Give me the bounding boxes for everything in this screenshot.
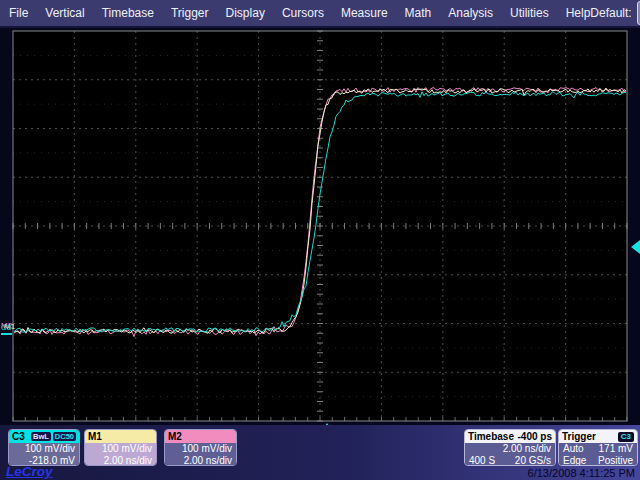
m1-header: M1 (85, 430, 156, 443)
menu-item-analysis[interactable]: Analysis (448, 6, 493, 20)
menu-item-cursors[interactable]: Cursors (282, 6, 324, 20)
channel-indicator-label-c3: C3 (1, 323, 12, 332)
lecroy-logo[interactable]: LeCroy (6, 464, 53, 479)
menu-item-timebase[interactable]: Timebase (102, 6, 154, 20)
trigger-body: Auto 171 mV Edge Positive (559, 443, 637, 466)
timebase-label: Timebase (468, 431, 514, 442)
menu-item-utilities[interactable]: Utilities (510, 6, 549, 20)
menu-right-group: Default: Undo ↶ (590, 1, 640, 25)
menu-item-trigger[interactable]: Trigger (171, 6, 209, 20)
c3-badges: BwL DC50 (31, 432, 76, 441)
m1-body: 100 mV/div 2.00 ns/div (85, 443, 156, 466)
default-label: Default: (590, 6, 631, 20)
c3-label: C3 (12, 431, 25, 442)
m2-timebase: 2.00 ns/div (169, 455, 232, 467)
menu-item-math[interactable]: Math (405, 6, 432, 20)
timebase-descriptor[interactable]: Timebase -400 ps 2.00 ns/div 400 S 20 GS… (464, 429, 556, 466)
trigger-level: 171 mV (599, 443, 633, 455)
c3-body: 100 mV/div -218.0 mV (9, 443, 79, 466)
timebase-delay: -400 ps (518, 431, 552, 442)
menu-item-vertical[interactable]: Vertical (45, 6, 84, 20)
channel-descriptor-m1[interactable]: M1 100 mV/div 2.00 ns/div (84, 429, 157, 466)
coupling-badge: DC50 (53, 432, 76, 441)
channel-descriptor-m2[interactable]: M2 100 mV/div 2.00 ns/div (164, 429, 237, 466)
trigger-slope: Positive (598, 455, 633, 467)
trigger-source-badge: C3 (618, 432, 634, 442)
c3-scale: 100 mV/div (13, 443, 75, 455)
status-bar: C3 BwL DC50 100 mV/div -218.0 mV M1 100 … (0, 425, 640, 480)
c3-header: C3 BwL DC50 (9, 430, 79, 443)
menu-item-file[interactable]: File (9, 6, 28, 20)
trigger-label: Trigger (562, 431, 596, 442)
trigger-level-marker (631, 240, 640, 254)
timebase-samples: 400 S (469, 455, 495, 467)
trigger-type: Edge (563, 455, 586, 467)
menu-items: FileVerticalTimebaseTriggerDisplayCursor… (0, 6, 590, 20)
m2-scale: 100 mV/div (169, 443, 232, 455)
m2-header: M2 (165, 430, 236, 443)
menu-item-measure[interactable]: Measure (341, 6, 388, 20)
menu-item-display[interactable]: Display (226, 6, 265, 20)
trigger-header: Trigger C3 (559, 430, 637, 443)
waveform-display: M2M1C3 (0, 28, 640, 425)
scope-grid: M2M1C3 (0, 28, 640, 425)
m1-label: M1 (88, 431, 102, 442)
timebase-header: Timebase -400 ps (465, 430, 555, 443)
channel-descriptor-c3[interactable]: C3 BwL DC50 100 mV/div -218.0 mV (8, 429, 80, 466)
trigger-descriptor[interactable]: Trigger C3 Auto 171 mV Edge Positive (558, 429, 638, 466)
m2-body: 100 mV/div 2.00 ns/div (165, 443, 236, 466)
m1-timebase: 2.00 ns/div (89, 455, 152, 467)
datetime-display: 6/13/2008 4:11:25 PM (528, 467, 635, 479)
timebase-scale: 2.00 ns/div (503, 443, 551, 455)
trigger-mode: Auto (563, 443, 584, 455)
menu-item-help[interactable]: Help (566, 6, 591, 20)
bandwidth-limit-badge: BwL (31, 432, 51, 441)
m2-label: M2 (168, 431, 182, 442)
timebase-body: 2.00 ns/div 400 S 20 GS/s (465, 443, 555, 466)
menu-bar: FileVerticalTimebaseTriggerDisplayCursor… (0, 0, 640, 28)
timebase-rate: 20 GS/s (515, 455, 551, 467)
m1-scale: 100 mV/div (89, 443, 152, 455)
